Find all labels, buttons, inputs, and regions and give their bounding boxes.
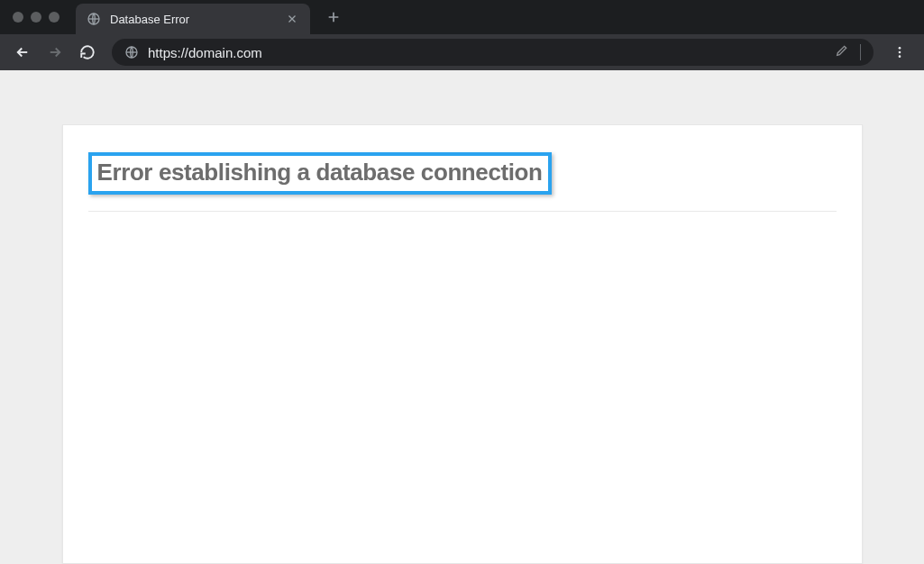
window-maximize-button[interactable] <box>49 12 59 23</box>
edit-icon[interactable] <box>835 43 849 61</box>
back-button[interactable] <box>9 39 36 66</box>
svg-point-2 <box>899 47 901 50</box>
browser-chrome: Database Error <box>0 0 924 70</box>
divider <box>88 211 837 212</box>
new-tab-button[interactable] <box>321 5 346 30</box>
address-bar[interactable]: https://domain.com <box>112 39 874 66</box>
tab-strip: Database Error <box>0 0 924 34</box>
page-viewport: Error establishing a database connection <box>0 70 924 564</box>
svg-point-3 <box>899 51 901 54</box>
forward-button[interactable] <box>41 39 69 66</box>
window-close-button[interactable] <box>13 12 23 23</box>
error-card: Error establishing a database connection <box>62 124 863 564</box>
browser-menu-button[interactable] <box>884 39 915 66</box>
close-tab-button[interactable] <box>285 12 299 26</box>
window-controls <box>0 12 76 23</box>
divider <box>860 44 861 60</box>
reload-button[interactable] <box>74 39 101 66</box>
svg-point-4 <box>899 55 901 58</box>
browser-toolbar: https://domain.com <box>0 34 924 70</box>
globe-icon <box>87 12 101 26</box>
site-info-icon[interactable] <box>124 45 139 59</box>
browser-tab[interactable]: Database Error <box>76 4 310 34</box>
tab-title: Database Error <box>110 13 276 26</box>
address-bar-actions <box>835 43 861 61</box>
url-text: https://domain.com <box>148 45 826 60</box>
error-heading-highlight: Error establishing a database connection <box>88 152 552 195</box>
error-heading: Error establishing a database connection <box>97 159 543 186</box>
window-minimize-button[interactable] <box>31 12 41 23</box>
